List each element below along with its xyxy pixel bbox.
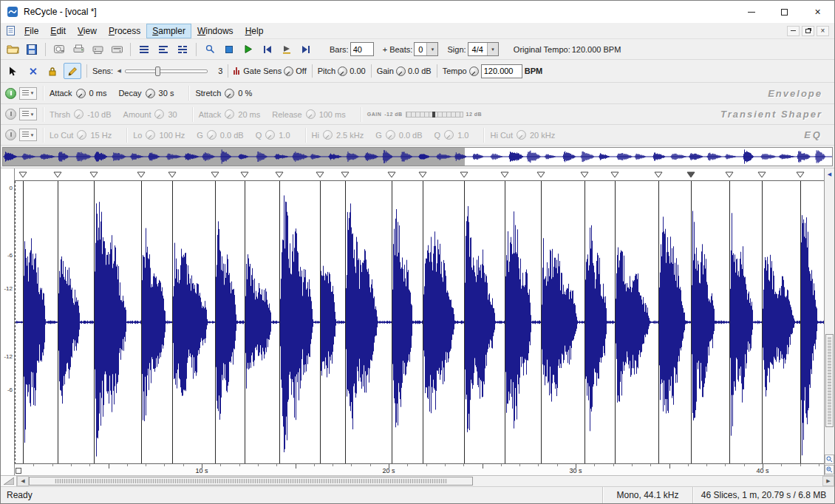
eq-power-button[interactable] bbox=[5, 129, 16, 140]
eq-locut-knob[interactable] bbox=[77, 130, 86, 140]
vertical-zoom-handle[interactable]: ◀ bbox=[825, 168, 834, 180]
time-ruler[interactable]: 10 s20 s30 s40 s bbox=[15, 463, 824, 475]
eq-hicut-knob[interactable] bbox=[517, 130, 526, 140]
slice-marker[interactable] bbox=[536, 171, 545, 178]
sens-slider[interactable] bbox=[125, 69, 208, 73]
menu-item-windows[interactable]: Windows bbox=[191, 24, 239, 38]
vertical-scroll-track[interactable] bbox=[825, 180, 834, 454]
tempo-knob[interactable] bbox=[469, 67, 479, 76]
open-button[interactable] bbox=[4, 41, 21, 58]
env-stretch-knob[interactable] bbox=[225, 89, 234, 98]
menu-item-process[interactable]: Process bbox=[103, 24, 146, 38]
slice-marker[interactable] bbox=[53, 171, 62, 178]
slice-marker[interactable] bbox=[757, 171, 766, 178]
slice-marker[interactable] bbox=[341, 171, 350, 178]
slice-marker[interactable] bbox=[725, 171, 734, 178]
preview-toggle-button[interactable] bbox=[201, 41, 219, 58]
slice-marker[interactable] bbox=[240, 171, 249, 178]
eq-lo-q-knob[interactable] bbox=[265, 130, 275, 140]
maximize-button[interactable] bbox=[768, 1, 801, 23]
overview-waveform-canvas[interactable] bbox=[3, 148, 832, 166]
slice-marker[interactable] bbox=[460, 171, 468, 178]
transient-attack-knob[interactable] bbox=[225, 109, 234, 119]
export-sampler-button[interactable] bbox=[69, 41, 87, 58]
eq-lo-gain-knob[interactable] bbox=[207, 130, 217, 140]
slice-marker[interactable] bbox=[796, 171, 805, 178]
waveform-canvas[interactable] bbox=[15, 181, 824, 463]
gate-sens-knob[interactable] bbox=[284, 67, 293, 76]
mute-tool-button[interactable] bbox=[24, 63, 41, 79]
left-locator-marker[interactable] bbox=[16, 468, 21, 474]
transient-thrsh-knob[interactable] bbox=[74, 109, 84, 119]
vertical-scroll-thumb[interactable] bbox=[825, 334, 834, 427]
beats-select[interactable]: 0 ▼ bbox=[414, 42, 438, 56]
vertical-zoom-out-button[interactable] bbox=[825, 465, 834, 474]
slice-marker[interactable] bbox=[580, 171, 589, 178]
menu-item-file[interactable]: File bbox=[18, 24, 44, 38]
close-button[interactable]: × bbox=[801, 1, 834, 23]
envelope-power-button[interactable] bbox=[5, 88, 16, 99]
goto-end-button[interactable] bbox=[297, 41, 315, 58]
zoom-corner-widget[interactable] bbox=[1, 476, 17, 486]
menu-item-view[interactable]: View bbox=[72, 24, 103, 38]
mdi-restore-button[interactable] bbox=[802, 26, 814, 36]
slice-marker[interactable] bbox=[18, 171, 27, 178]
slice-marker[interactable] bbox=[654, 171, 663, 178]
view-option-button-2[interactable] bbox=[154, 41, 172, 58]
loop-playback-button[interactable] bbox=[278, 41, 296, 58]
gain-meter-thumb[interactable] bbox=[432, 112, 435, 118]
transient-power-button[interactable] bbox=[5, 109, 16, 120]
menu-item-help[interactable]: Help bbox=[239, 24, 270, 38]
mdi-close-button[interactable]: × bbox=[817, 26, 829, 36]
env-decay-knob[interactable] bbox=[146, 89, 155, 98]
eq-lo-knob[interactable] bbox=[146, 130, 155, 140]
scroll-right-button[interactable]: ▶ bbox=[822, 476, 834, 486]
mdi-minimize-button[interactable] bbox=[787, 26, 800, 36]
horizontal-scroll-thumb[interactable] bbox=[29, 477, 473, 486]
lock-tool-button[interactable] bbox=[44, 63, 61, 79]
tempo-input[interactable] bbox=[481, 64, 522, 78]
transmit-loop-button[interactable] bbox=[89, 41, 106, 58]
sens-decrease-button[interactable]: ◀ bbox=[115, 68, 123, 74]
transient-release-knob[interactable] bbox=[306, 109, 316, 119]
view-option-button-3[interactable] bbox=[174, 41, 191, 58]
pencil-tool-button[interactable] bbox=[64, 63, 81, 79]
arrow-tool-button[interactable] bbox=[4, 63, 21, 79]
slice-marker-strip[interactable] bbox=[15, 168, 824, 181]
slice-marker[interactable] bbox=[211, 171, 219, 178]
slice-marker[interactable] bbox=[387, 171, 396, 178]
gain-knob[interactable] bbox=[396, 67, 406, 76]
slice-marker[interactable] bbox=[275, 171, 284, 178]
sens-slider-thumb[interactable] bbox=[155, 67, 160, 76]
envelope-preset-button[interactable]: ▼ bbox=[19, 87, 37, 100]
eq-preset-button[interactable]: ▼ bbox=[19, 129, 37, 141]
vertical-zoom-in-button[interactable] bbox=[825, 454, 834, 464]
scroll-left-button[interactable]: ◀ bbox=[17, 476, 29, 486]
transient-amount-knob[interactable] bbox=[154, 109, 164, 119]
slice-marker[interactable] bbox=[168, 171, 177, 178]
view-option-button-1[interactable] bbox=[135, 41, 153, 58]
sampler-device-button[interactable] bbox=[108, 41, 126, 58]
gain-meter-track[interactable] bbox=[406, 112, 463, 118]
menu-item-sampler[interactable]: Sampler bbox=[146, 24, 191, 38]
horizontal-scroll-track[interactable] bbox=[29, 476, 822, 486]
env-attack-knob[interactable] bbox=[76, 89, 86, 98]
slice-marker[interactable] bbox=[686, 171, 695, 178]
slice-marker[interactable] bbox=[610, 171, 619, 178]
eq-hi-knob[interactable] bbox=[323, 130, 333, 140]
bars-input[interactable] bbox=[350, 42, 374, 56]
slice-marker[interactable] bbox=[137, 171, 146, 178]
transient-preset-button[interactable]: ▼ bbox=[19, 108, 37, 120]
slice-marker[interactable] bbox=[316, 171, 324, 178]
stop-button[interactable] bbox=[220, 41, 238, 58]
minimize-button[interactable] bbox=[735, 1, 768, 23]
slice-marker[interactable] bbox=[418, 171, 427, 178]
sign-select[interactable]: 4/4 ▼ bbox=[468, 42, 499, 56]
slice-marker[interactable] bbox=[89, 171, 98, 178]
goto-start-button[interactable] bbox=[259, 41, 276, 58]
eq-hi-gain-knob[interactable] bbox=[386, 130, 395, 140]
eq-hi-q-knob[interactable] bbox=[444, 130, 454, 140]
play-button[interactable] bbox=[239, 41, 257, 58]
slice-marker[interactable] bbox=[500, 171, 509, 178]
pitch-knob[interactable] bbox=[338, 67, 347, 76]
